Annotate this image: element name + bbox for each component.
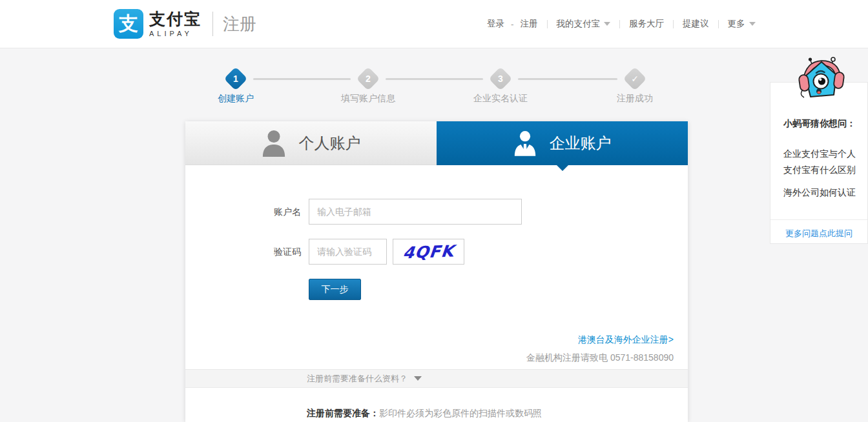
step-4-label: 注册成功 — [590, 93, 680, 105]
nav-my-alipay[interactable]: 我的支付宝 — [557, 18, 611, 30]
nav-separator — [619, 20, 620, 28]
active-tab-notch — [557, 165, 568, 171]
nav-dash: - — [511, 19, 514, 29]
nav-more[interactable]: 更多 — [728, 18, 756, 30]
helper-divider — [770, 219, 867, 220]
helper-question-2[interactable]: 海外公司如何认证 — [783, 185, 858, 201]
checkmark-icon: ✓ — [626, 70, 643, 87]
nav-separator — [718, 20, 719, 28]
brand-name-cn: 支付宝 — [149, 10, 202, 27]
tab-personal-account[interactable]: 个人账户 — [185, 121, 437, 165]
top-header: 支 支付宝 ALIPAY 注册 登录 - 注册 我的支付宝 服务大厅 提建议 更… — [0, 0, 868, 48]
nav-more-label: 更多 — [728, 19, 745, 28]
logo-divider — [212, 12, 213, 36]
step-number: 2 — [360, 70, 377, 87]
nav-suggestion[interactable]: 提建议 — [683, 18, 709, 30]
top-nav: 登录 - 注册 我的支付宝 服务大厅 提建议 更多 — [487, 18, 756, 30]
step-connector — [518, 78, 617, 80]
nav-separator — [547, 20, 548, 28]
step-2-fill-info: 2 — [356, 67, 380, 91]
captcha-label: 验证码 — [274, 246, 301, 258]
nav-register[interactable]: 注册 — [521, 18, 538, 30]
nav-login[interactable]: 登录 — [487, 18, 504, 30]
registration-card: 个人账户 企业账户 账户名 验证码 4QFK 下一步 港澳台及海外企业注册> 金… — [185, 121, 688, 422]
alipay-logo[interactable]: 支 支付宝 ALIPAY 注册 — [114, 9, 256, 39]
finance-institution-note: 金融机构注册请致电 0571-88158090 — [526, 352, 674, 364]
prep-instructions-bold: 注册前需要准备： — [307, 408, 379, 418]
captcha-image[interactable]: 4QFK — [393, 239, 464, 265]
helper-panel-title: 小蚂哥猜你想问： — [783, 118, 856, 130]
step-3-label: 企业实名认证 — [455, 93, 546, 105]
mascot-robot-icon — [797, 55, 846, 119]
helper-question-1[interactable]: 企业支付宝与个人支付宝有什么区别 — [783, 146, 858, 178]
step-number: 3 — [492, 70, 509, 87]
account-name-label: 账户名 — [274, 206, 301, 218]
nav-separator — [673, 20, 674, 28]
chevron-down-icon — [604, 22, 610, 26]
step-2-label: 填写账户信息 — [323, 93, 413, 105]
step-number: 1 — [227, 70, 244, 87]
brand-text: 支付宝 ALIPAY — [149, 10, 202, 37]
nav-my-alipay-label: 我的支付宝 — [557, 19, 601, 28]
step-3-verify: 3 — [489, 67, 513, 91]
accordion-title: 注册前需要准备什么资料？ — [307, 373, 408, 385]
step-1-label: 创建账户 — [191, 93, 281, 105]
page-title: 注册 — [223, 13, 256, 35]
registration-steps: 1 2 3 ✓ 创建账户 填写账户信息 企业实名认证 注册成功 — [185, 61, 688, 110]
step-4-success: ✓ — [623, 67, 647, 91]
brand-name-en: ALIPAY — [149, 30, 202, 37]
prep-instructions-text: 影印件必须为彩色原件的扫描件或数码照 — [379, 408, 542, 418]
captcha-characters: 4QFK — [402, 241, 455, 262]
captcha-input[interactable] — [309, 239, 387, 265]
chevron-down-icon — [414, 376, 422, 381]
nav-service-hall[interactable]: 服务大厅 — [629, 18, 664, 30]
alipay-logo-icon: 支 — [114, 9, 143, 39]
business-person-icon — [513, 130, 537, 156]
step-connector — [253, 78, 351, 80]
tab-enterprise-label: 企业账户 — [550, 133, 612, 154]
more-questions-link[interactable]: 更多问题点此提问 — [770, 228, 867, 239]
person-icon — [262, 130, 286, 157]
prep-materials-accordion[interactable]: 注册前需要准备什么资料？ — [185, 369, 688, 388]
step-connector — [386, 78, 483, 80]
tab-personal-label: 个人账户 — [299, 133, 361, 154]
account-name-input[interactable] — [309, 199, 522, 225]
tab-enterprise-account[interactable]: 企业账户 — [437, 121, 688, 165]
chevron-down-icon — [749, 22, 756, 26]
account-type-tabs: 个人账户 企业账户 — [185, 121, 688, 165]
overseas-register-link[interactable]: 港澳台及海外企业注册> — [578, 334, 674, 346]
next-step-button[interactable]: 下一步 — [309, 279, 361, 300]
prep-instructions: 注册前需要准备：影印件必须为彩色原件的扫描件或数码照 — [307, 408, 542, 419]
step-1-create-account: 1 — [224, 67, 248, 91]
